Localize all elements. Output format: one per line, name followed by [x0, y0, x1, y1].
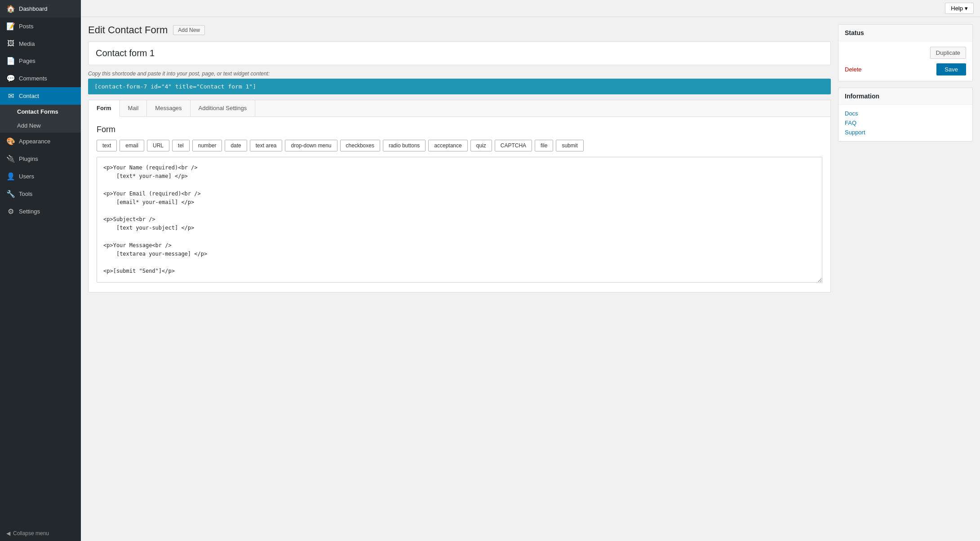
field-btn-url[interactable]: URL	[147, 140, 169, 151]
form-code-textarea[interactable]	[97, 157, 822, 283]
delete-link[interactable]: Delete	[845, 66, 862, 73]
content-area: Edit Contact Form Add New Contact form 1…	[81, 17, 980, 541]
tab-mail[interactable]: Mail	[120, 100, 147, 116]
sidebar-item-label: Contact	[19, 93, 39, 99]
info-links: DocsFAQSupport	[838, 105, 972, 141]
field-btn-file[interactable]: file	[535, 140, 553, 151]
tab-content: Form textemailURLtelnumberdatetext aread…	[89, 117, 830, 292]
media-icon: 🖼	[6, 40, 15, 48]
collapse-icon: ◀	[6, 530, 10, 537]
add-new-button[interactable]: Add New	[173, 25, 205, 35]
tools-icon: 🔧	[6, 190, 15, 198]
field-btn-date[interactable]: date	[225, 140, 247, 151]
information-box-title: Information	[838, 88, 972, 105]
field-btn-drop-down-menu[interactable]: drop-down menu	[285, 140, 337, 151]
field-btn-number[interactable]: number	[192, 140, 222, 151]
appearance-icon: 🎨	[6, 137, 15, 146]
sidebar-item-label: Comments	[19, 75, 47, 82]
field-btn-quiz[interactable]: quiz	[470, 140, 492, 151]
info-link-docs[interactable]: Docs	[845, 110, 966, 117]
help-arrow: ▾	[965, 5, 968, 12]
main-area: Help ▾ Edit Contact Form Add New Contact…	[81, 0, 980, 541]
shortcode-box[interactable]: [contact-form-7 id="4" title="Contact fo…	[88, 79, 831, 94]
sidebar-item-label: Posts	[19, 23, 34, 30]
field-btn-submit[interactable]: submit	[556, 140, 583, 151]
sidebar-item-label: Settings	[19, 208, 40, 215]
status-box: Status Duplicate Delete Save	[838, 24, 973, 81]
sidebar-item-label: Tools	[19, 191, 32, 197]
sidebar-item-label: Dashboard	[19, 5, 48, 12]
field-btn-radio-buttons[interactable]: radio buttons	[383, 140, 426, 151]
main-panel: Edit Contact Form Add New Contact form 1…	[88, 24, 831, 534]
collapse-label: Collapse menu	[13, 530, 49, 537]
information-box: Information DocsFAQSupport	[838, 88, 973, 142]
status-box-content: Duplicate Delete Save	[838, 41, 972, 81]
topbar: Help ▾	[81, 0, 980, 17]
field-btn-captcha[interactable]: CAPTCHA	[495, 140, 532, 151]
sidebar-item-label: Appearance	[19, 138, 50, 145]
comments-icon: 💬	[6, 74, 15, 83]
side-panel: Status Duplicate Delete Save Information…	[838, 24, 973, 534]
posts-icon: 📝	[6, 22, 15, 31]
tabs-header: FormMailMessagesAdditional Settings	[89, 100, 830, 117]
collapse-menu[interactable]: ◀Collapse menu	[0, 526, 81, 541]
contact-icon: ✉	[6, 92, 15, 100]
sidebar-item-label: Media	[19, 40, 35, 47]
sidebar-item-posts[interactable]: 📝Posts	[0, 18, 81, 35]
page-title-row: Edit Contact Form Add New	[88, 24, 831, 36]
sidebar-item-plugins[interactable]: 🔌Plugins	[0, 150, 81, 168]
tab-form[interactable]: Form	[89, 100, 120, 117]
tab-additional-settings[interactable]: Additional Settings	[191, 100, 256, 116]
field-btn-email[interactable]: email	[120, 140, 144, 151]
sidebar-item-settings[interactable]: ⚙Settings	[0, 203, 81, 220]
tabs-container: FormMailMessagesAdditional Settings Form…	[88, 100, 831, 293]
sidebar-item-pages[interactable]: 📄Pages	[0, 52, 81, 70]
shortcode-description: Copy this shortcode and paste it into yo…	[88, 71, 831, 77]
page-title: Edit Contact Form	[88, 24, 168, 36]
sidebar-sub-add-new[interactable]: Add New	[0, 119, 81, 133]
sidebar-item-media[interactable]: 🖼Media	[0, 35, 81, 52]
field-btn-checkboxes[interactable]: checkboxes	[340, 140, 380, 151]
status-box-title: Status	[838, 25, 972, 41]
users-icon: 👤	[6, 172, 15, 181]
settings-icon: ⚙	[6, 207, 15, 216]
plugins-icon: 🔌	[6, 155, 15, 163]
sidebar-item-label: Plugins	[19, 155, 38, 162]
sidebar-item-contact[interactable]: ✉Contact	[0, 87, 81, 105]
delete-save-row: Delete Save	[845, 63, 966, 75]
duplicate-button[interactable]: Duplicate	[930, 47, 966, 59]
sidebar-item-comments[interactable]: 💬Comments	[0, 70, 81, 87]
form-name-display: Contact form 1	[88, 41, 831, 65]
pages-icon: 📄	[6, 57, 15, 65]
field-btn-acceptance[interactable]: acceptance	[428, 140, 467, 151]
sidebar: 🏠Dashboard📝Posts🖼Media📄Pages💬Comments✉Co…	[0, 0, 81, 541]
save-button[interactable]: Save	[936, 63, 966, 75]
help-button[interactable]: Help ▾	[945, 3, 974, 14]
field-btn-text-area[interactable]: text area	[250, 140, 283, 151]
dashboard-icon: 🏠	[6, 4, 15, 13]
field-btn-tel[interactable]: tel	[172, 140, 190, 151]
tab-messages[interactable]: Messages	[147, 100, 190, 116]
sidebar-item-users[interactable]: 👤Users	[0, 168, 81, 185]
info-link-support[interactable]: Support	[845, 129, 966, 136]
help-label: Help	[951, 5, 963, 12]
form-section-title: Form	[97, 125, 822, 134]
shortcode-area: Copy this shortcode and paste it into yo…	[88, 71, 831, 94]
field-buttons: textemailURLtelnumberdatetext areadrop-d…	[97, 140, 822, 151]
info-link-faq[interactable]: FAQ	[845, 120, 966, 126]
sidebar-item-label: Users	[19, 173, 34, 180]
sidebar-item-tools[interactable]: 🔧Tools	[0, 185, 81, 203]
sidebar-item-dashboard[interactable]: 🏠Dashboard	[0, 0, 81, 18]
sidebar-item-label: Pages	[19, 58, 35, 64]
field-btn-text[interactable]: text	[97, 140, 117, 151]
sidebar-sub-contact-forms[interactable]: Contact Forms	[0, 105, 81, 119]
sidebar-item-appearance[interactable]: 🎨Appearance	[0, 133, 81, 150]
